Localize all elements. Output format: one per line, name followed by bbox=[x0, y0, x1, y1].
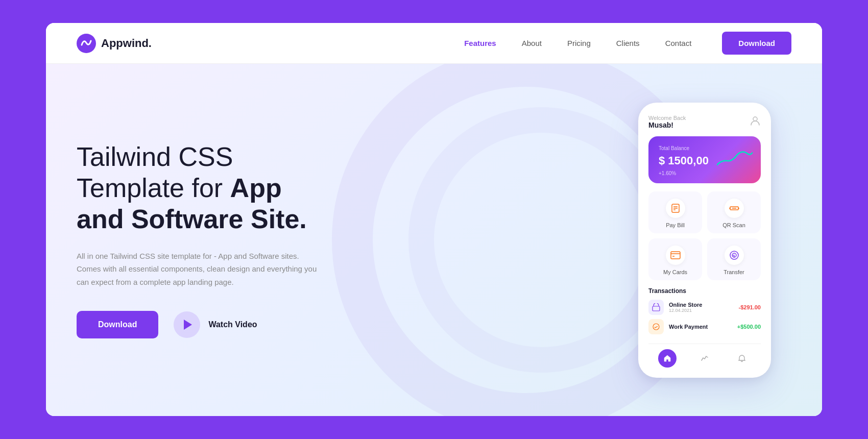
svg-point-17 bbox=[653, 324, 659, 330]
user-name: Musab! bbox=[648, 121, 686, 129]
tx-name-1: Online Store bbox=[669, 302, 734, 308]
nav-clients[interactable]: Clients bbox=[616, 39, 640, 47]
nav-download-button[interactable]: Download bbox=[722, 32, 791, 55]
hero-title-line2-bold: App bbox=[230, 173, 282, 203]
svg-point-1 bbox=[753, 117, 757, 121]
payment-icon bbox=[652, 323, 660, 331]
balance-chart bbox=[717, 150, 753, 170]
nav-about[interactable]: About bbox=[522, 39, 542, 47]
qr-scan-icon bbox=[729, 203, 739, 213]
tx-icon-store bbox=[648, 300, 664, 315]
phone-mockup: Welcome Back Musab! Total Balance $ 1500… bbox=[638, 103, 771, 378]
tx-icon-payment bbox=[648, 319, 664, 334]
action-transfer[interactable]: $ Transfer bbox=[707, 238, 761, 280]
svg-rect-10 bbox=[671, 252, 680, 259]
nav-links: Features About Pricing Clients Contact bbox=[464, 39, 691, 47]
hero-section: Tailwind CSS Template for App and Softwa… bbox=[46, 64, 822, 416]
my-cards-icon-wrap bbox=[666, 246, 685, 265]
action-qr-scan[interactable]: QR Scan bbox=[707, 191, 761, 233]
pay-bill-label: Pay Bill bbox=[666, 222, 685, 228]
hero-title-line1: Tailwind CSS bbox=[77, 142, 233, 172]
qr-scan-icon-wrap bbox=[725, 199, 744, 218]
transaction-item-2: Work Payment +$500.00 bbox=[648, 319, 761, 334]
bnav-chart[interactable] bbox=[695, 349, 714, 368]
nav-pricing[interactable]: Pricing bbox=[567, 39, 591, 47]
svg-text:$: $ bbox=[733, 254, 735, 258]
logo-icon bbox=[77, 34, 96, 53]
play-button-circle[interactable] bbox=[174, 311, 200, 338]
hero-left: Tailwind CSS Template for App and Softwa… bbox=[77, 64, 322, 416]
nav-contact[interactable]: Contact bbox=[665, 39, 692, 47]
bell-icon bbox=[738, 354, 746, 362]
tx-info-1: Online Store 12.04.2021 bbox=[669, 302, 734, 313]
hero-download-button[interactable]: Download bbox=[77, 311, 158, 338]
tx-name-2: Work Payment bbox=[669, 324, 732, 330]
logo-area: Appwind. bbox=[77, 34, 152, 53]
watch-video-button[interactable]: Watch Video bbox=[174, 311, 257, 338]
tx-amount-2: +$500.00 bbox=[737, 324, 761, 330]
balance-change: +1.60% bbox=[659, 170, 751, 176]
nav-features[interactable]: Features bbox=[464, 39, 496, 47]
phone-welcome: Welcome Back Musab! bbox=[648, 115, 686, 129]
action-my-cards[interactable]: My Cards bbox=[648, 238, 702, 280]
balance-card: Total Balance $ 1500,00 +1.60% bbox=[648, 136, 761, 183]
hero-title: Tailwind CSS Template for App and Softwa… bbox=[77, 141, 322, 235]
play-icon bbox=[184, 320, 192, 330]
action-pay-bill[interactable]: Pay Bill bbox=[648, 191, 702, 233]
hero-buttons: Download Watch Video bbox=[77, 311, 322, 338]
pay-bill-icon bbox=[670, 203, 681, 213]
qr-scan-label: QR Scan bbox=[722, 222, 745, 228]
welcome-text: Welcome Back bbox=[648, 115, 686, 121]
hero-title-line2-normal: Template for bbox=[77, 173, 230, 203]
svg-rect-16 bbox=[653, 306, 660, 311]
transfer-icon-wrap: $ bbox=[725, 246, 744, 265]
quick-actions: Pay Bill QR Scan bbox=[648, 191, 761, 280]
hero-description: All in one Tailwind CSS site template fo… bbox=[77, 250, 322, 289]
user-avatar-icon bbox=[750, 115, 761, 126]
store-icon bbox=[652, 303, 660, 311]
transfer-label: Transfer bbox=[724, 269, 744, 275]
phone-header: Welcome Back Musab! bbox=[648, 115, 761, 129]
bnav-home[interactable] bbox=[658, 349, 677, 368]
transfer-icon: $ bbox=[729, 250, 739, 260]
my-cards-icon bbox=[670, 251, 681, 259]
tx-amount-1: -$291.00 bbox=[739, 304, 761, 310]
hero-title-line3: and Software Site. bbox=[77, 204, 307, 234]
transactions-title: Transactions bbox=[648, 287, 761, 295]
transaction-item-1: Online Store 12.04.2021 -$291.00 bbox=[648, 300, 761, 315]
transactions-section: Transactions Online Store 12.04.2021 bbox=[648, 287, 761, 338]
tx-info-2: Work Payment bbox=[669, 324, 732, 330]
my-cards-label: My Cards bbox=[663, 269, 687, 275]
chart-icon bbox=[701, 354, 709, 362]
navbar: Appwind. Features About Pricing Clients … bbox=[46, 23, 822, 64]
tx-date-1: 12.04.2021 bbox=[669, 308, 734, 313]
watch-video-label: Watch Video bbox=[208, 320, 257, 329]
logo-text: Appwind. bbox=[101, 37, 152, 50]
home-icon bbox=[663, 354, 671, 362]
phone-bottom-nav bbox=[648, 344, 761, 368]
pay-bill-icon-wrap bbox=[666, 199, 685, 218]
bnav-bell[interactable] bbox=[733, 349, 751, 368]
hero-right: Welcome Back Musab! Total Balance $ 1500… bbox=[322, 64, 791, 416]
main-container: Appwind. Features About Pricing Clients … bbox=[46, 23, 822, 416]
